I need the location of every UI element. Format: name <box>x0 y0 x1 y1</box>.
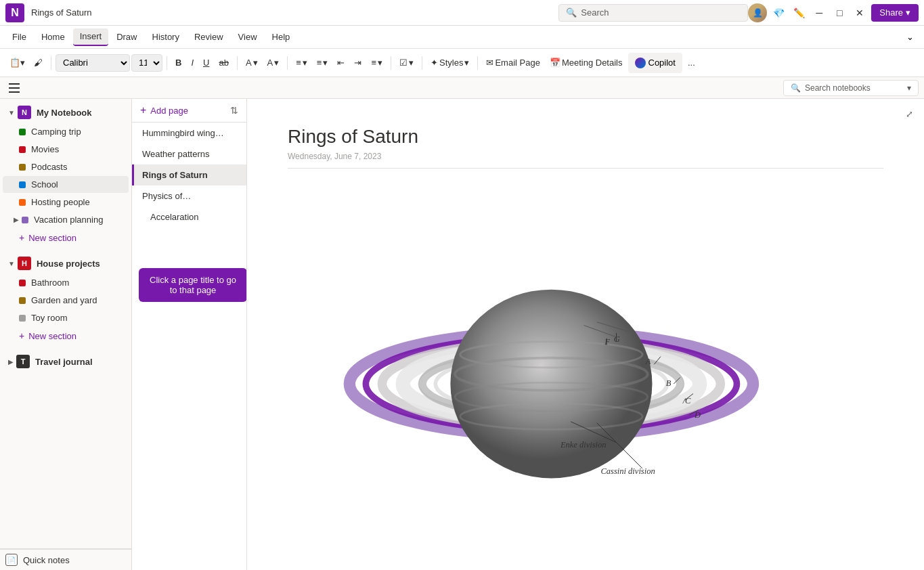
section-color-dot <box>22 217 28 223</box>
highlight-button[interactable]: A ▾ <box>242 53 262 73</box>
menu-view[interactable]: View <box>232 28 264 46</box>
left-sidebar: ▼ N My Notebook Camping trip Movies Podc… <box>0 99 132 570</box>
page-weather[interactable]: Weather patterns <box>132 144 246 165</box>
avatar[interactable]: 👤 <box>748 3 767 22</box>
format-painter-btn[interactable]: 🖌 <box>30 53 47 73</box>
section-color-dot <box>19 280 26 286</box>
menu-file[interactable]: File <box>5 28 33 46</box>
notebook-travel-journal-header[interactable]: ▶ T Travel journal <box>3 351 129 372</box>
divider-6 <box>422 56 422 70</box>
section-label: Hosting people <box>31 197 90 207</box>
quick-notes-button[interactable]: 📄 Quick notes <box>0 549 131 570</box>
menu-insert[interactable]: Insert <box>73 28 109 46</box>
chevron-down-icon: ▾ <box>274 58 279 68</box>
section-hosting-people[interactable]: Hosting people <box>3 194 129 211</box>
new-section-house[interactable]: + New section <box>3 327 129 345</box>
menu-draw[interactable]: Draw <box>110 28 144 46</box>
maximize-icon[interactable]: □ <box>831 4 848 22</box>
meeting-details-button[interactable]: 📅 Meeting Details <box>546 53 627 73</box>
align-button[interactable]: ≡ ▾ <box>367 53 387 73</box>
page-acceleration[interactable]: Accelaration <box>132 206 246 227</box>
gem-icon[interactable]: 💎 <box>770 4 787 22</box>
styles-button[interactable]: ✦ Styles ▾ <box>426 53 473 73</box>
search-notebooks[interactable]: 🔍 Search notebooks ▾ <box>783 80 919 96</box>
highlight-label: A <box>246 58 252 68</box>
add-page-label: Add page <box>150 106 188 116</box>
notebook-house-projects-header[interactable]: ▼ H House projects <box>3 253 129 273</box>
numbered-icon: ≡ <box>317 58 322 68</box>
copilot-button[interactable]: Copilot <box>628 53 682 73</box>
clipboard-btn[interactable]: 📋▾ <box>5 53 29 73</box>
toolbar: 📋▾ 🖌 Calibri 11 B I U ab A ▾ A ▾ ≡ ▾ ≡ ▾… <box>0 49 924 77</box>
page-physics[interactable]: Physics of… <box>132 185 246 206</box>
chevron-down-icon: ▾ <box>906 7 910 18</box>
section-school[interactable]: School <box>3 176 129 193</box>
chevron-down-icon: ▾ <box>464 58 469 68</box>
section-bathroom[interactable]: Bathroom <box>3 274 129 291</box>
notebook-title: Travel journal <box>35 357 93 367</box>
section-movies[interactable]: Movies <box>3 141 129 158</box>
svg-text:A: A <box>645 357 651 366</box>
section-label: Vacation planning <box>34 215 103 225</box>
menu-bar: File Home Insert Draw History Review Vie… <box>0 26 924 49</box>
search-placeholder: Search <box>581 7 609 18</box>
decrease-indent-button[interactable]: ⇤ <box>333 53 349 73</box>
calendar-icon: 📅 <box>550 58 560 68</box>
section-camping-trip[interactable]: Camping trip <box>3 123 129 140</box>
bullets-button[interactable]: ≡ ▾ <box>292 53 311 73</box>
share-button[interactable]: Share ▾ <box>871 4 919 22</box>
numbered-button[interactable]: ≡ ▾ <box>313 53 332 73</box>
section-label: School <box>31 179 58 190</box>
search-icon: 🔍 <box>566 7 577 18</box>
plus-icon: + <box>19 232 24 243</box>
section-toy-room[interactable]: Toy room <box>3 309 129 326</box>
global-search[interactable]: 🔍 Search <box>558 4 748 22</box>
sort-icon[interactable]: ⇅ <box>230 105 238 116</box>
menu-review[interactable]: Review <box>188 28 230 46</box>
section-color-dot <box>19 164 26 171</box>
strikethrough-button[interactable]: ab <box>215 53 232 73</box>
email-icon: ✉ <box>486 58 493 68</box>
italic-button[interactable]: I <box>187 53 198 73</box>
check-button[interactable]: ☑ ▾ <box>395 53 418 73</box>
page-hummingbird[interactable]: Hummingbird wing… <box>132 123 246 144</box>
menu-help[interactable]: Help <box>265 28 297 46</box>
title-bar-actions: 👤 💎 ✏️ ─ □ ✕ Share ▾ <box>748 3 919 22</box>
increase-indent-button[interactable]: ⇥ <box>350 53 366 73</box>
section-label: Toy room <box>31 313 67 323</box>
font-family-select[interactable]: Calibri <box>56 54 130 72</box>
divider-3 <box>237 56 238 70</box>
section-vacation-planning[interactable]: ▶ Vacation planning <box>3 211 129 228</box>
notebook-travel-journal: ▶ T Travel journal <box>0 348 131 375</box>
expand-button[interactable]: ⤢ <box>901 106 917 122</box>
underline-button[interactable]: U <box>199 53 213 73</box>
svg-text:F: F <box>604 337 610 347</box>
section-garden[interactable]: Garden and yard <box>3 292 129 309</box>
close-icon[interactable]: ✕ <box>851 4 868 22</box>
search-notebooks-placeholder: Search notebooks <box>805 83 871 93</box>
font-color-button[interactable]: A ▾ <box>263 53 284 73</box>
add-page-button[interactable]: + Add page ⇅ <box>132 99 246 123</box>
section-label: Garden and yard <box>31 295 97 305</box>
pen-icon[interactable]: ✏️ <box>790 4 808 22</box>
collapse-icon: ▼ <box>8 109 15 116</box>
hamburger-button[interactable] <box>5 79 23 97</box>
page-rings-of-saturn[interactable]: Rings of Saturn <box>132 165 246 185</box>
new-section-my-notebook[interactable]: + New section <box>3 229 129 246</box>
font-size-select[interactable]: 11 <box>131 54 162 72</box>
page-date: Wednesday, June 7, 2023 <box>288 152 883 169</box>
menu-home[interactable]: Home <box>35 28 72 46</box>
section-podcasts[interactable]: Podcasts <box>3 158 129 175</box>
minimize-icon[interactable]: ─ <box>810 4 828 22</box>
menu-expand-icon[interactable]: ⌄ <box>901 28 919 46</box>
menu-history[interactable]: History <box>146 28 186 46</box>
section-color-dot <box>19 129 26 135</box>
bold-button[interactable]: B <box>171 53 185 73</box>
notebook-my-notebook-header[interactable]: ▼ N My Notebook <box>3 102 129 123</box>
email-page-button[interactable]: ✉ Email Page <box>482 53 544 73</box>
more-button[interactable]: ... <box>684 53 699 73</box>
chevron-down-icon: ▾ <box>253 58 258 68</box>
divider-7 <box>477 56 478 70</box>
pages-panel: + Add page ⇅ Hummingbird wing… Weather p… <box>132 99 247 570</box>
section-label: Movies <box>31 144 59 154</box>
